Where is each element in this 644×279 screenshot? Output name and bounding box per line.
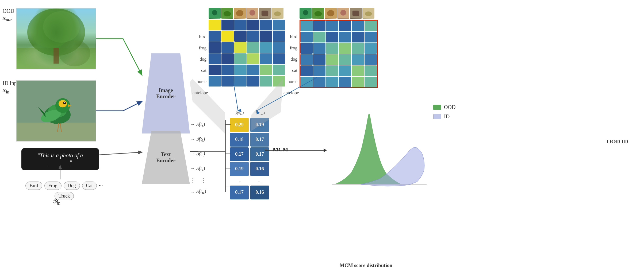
ood-score-2: 0.17 — [250, 133, 269, 147]
cell-5-1 — [221, 76, 234, 87]
svg-point-39 — [340, 10, 346, 16]
cell-1-1 — [221, 31, 234, 42]
ood-score-k: 0.16 — [250, 186, 269, 199]
rcell-1-5 — [365, 32, 377, 42]
thumb-antelope-right — [362, 8, 374, 19]
id-score-4: 0.19 — [230, 162, 249, 176]
matrix-thumbs-left — [209, 8, 283, 19]
rcell-5-3 — [339, 77, 351, 87]
image-encoder-label: ImageEncoder — [156, 87, 175, 100]
id-image — [16, 80, 96, 142]
id-col-header: ℐ(xin) — [235, 111, 244, 116]
thumb-cat-left — [246, 8, 258, 19]
svg-point-23 — [224, 11, 231, 17]
text-encoder-box: TextEncoder — [142, 131, 190, 184]
cell-2-1 — [221, 42, 234, 53]
rcell-4-3 — [339, 65, 351, 76]
cell-3-0 — [209, 53, 221, 64]
cell-2-2 — [234, 42, 247, 53]
rcell-0-1 — [313, 21, 325, 31]
cell-3-4 — [260, 53, 272, 64]
rcell-5-1 — [313, 77, 325, 87]
row-label-cat-r: cat — [283, 65, 298, 76]
cell-5-4 — [260, 76, 272, 87]
text-box: "This is a photo of a " — [21, 148, 99, 170]
thumb-cat-right — [337, 8, 349, 19]
row-label-dog: dog — [193, 54, 208, 65]
thumb-bird-left — [209, 8, 221, 19]
matrix-right-grid-wrap: bird frog dog cat horse antelope — [283, 20, 374, 88]
svg-rect-41 — [352, 11, 359, 16]
id-score-k: 0.17 — [230, 186, 249, 199]
legend-ood-item: OOD — [433, 104, 455, 110]
pill-frog: Frog — [44, 182, 62, 190]
t-label-k: → 𝒯(tK) — [190, 185, 206, 199]
rcell-3-0 — [300, 54, 313, 65]
rcell-3-2 — [326, 54, 338, 65]
svg-point-4 — [43, 11, 80, 43]
id-score-dots: ... — [230, 177, 249, 185]
legend: OOD ID — [433, 104, 455, 120]
ood-score-dots: ... — [250, 177, 269, 185]
rcell-4-1 — [313, 65, 325, 76]
ood-image — [16, 8, 96, 69]
thumb-horse-left — [259, 8, 271, 19]
rcell-2-4 — [352, 43, 364, 54]
text-encoder-label: TextEncoder — [156, 151, 175, 164]
rcell-0-2 — [326, 21, 338, 31]
matrix-left-grid-wrap: bird frog dog cat horse antelope — [193, 20, 283, 87]
pill-dots: ··· — [99, 183, 103, 189]
cell-1-4 — [260, 31, 272, 42]
legend-id-item: ID — [433, 113, 455, 120]
thumb-frog-left — [221, 8, 233, 19]
row-label-horse: horse — [193, 76, 208, 87]
cell-0-2 — [234, 20, 247, 30]
legend-id-label: ID — [444, 113, 450, 120]
matrix-left-grid — [209, 20, 285, 87]
rcell-3-4 — [352, 54, 364, 65]
thumb-frog-right — [312, 8, 324, 19]
cell-0-4 — [260, 20, 272, 30]
cell-5-0 — [209, 76, 221, 87]
svg-point-27 — [250, 10, 255, 16]
id-score-2: 0.18 — [230, 133, 249, 147]
rcell-5-0 — [300, 77, 313, 87]
cell-0-3 — [247, 20, 259, 30]
class-pills: Bird Frog Dog Cat ··· Truck — [16, 182, 112, 200]
pill-dog: Dog — [64, 182, 80, 190]
cell-5-2 — [234, 76, 247, 87]
row-label-frog-r: frog — [283, 43, 298, 53]
cell-1-3 — [247, 31, 259, 42]
right-similarity-matrix: bird frog dog cat horse antelope — [283, 8, 374, 88]
rcell-2-3 — [339, 43, 351, 54]
svg-rect-5 — [53, 48, 59, 64]
svg-line-45 — [99, 152, 142, 155]
svg-point-33 — [303, 10, 308, 15]
thumb-dog-left — [234, 8, 246, 19]
row-label-cat: cat — [193, 65, 208, 76]
t-label-1: → 𝒯(t₁) — [190, 117, 206, 131]
rcell-3-3 — [339, 54, 351, 65]
rcell-5-4 — [352, 77, 364, 87]
rcell-4-0 — [300, 65, 313, 76]
matrix-right-grid — [300, 20, 378, 88]
rcell-3-1 — [313, 54, 325, 65]
row-label-bird-r: bird — [283, 32, 298, 42]
row-label-antelope-r: antelope — [283, 88, 298, 98]
cell-2-0 — [209, 42, 221, 53]
row-label-dog-r: dog — [283, 54, 298, 65]
svg-rect-8 — [17, 123, 96, 141]
rcell-2-0 — [300, 43, 313, 54]
rcell-4-2 — [326, 65, 338, 76]
svg-point-13 — [59, 100, 67, 108]
id-score-3: 0.17 — [230, 147, 249, 161]
id-score-1: 0.29 — [230, 118, 249, 132]
left-similarity-matrix: bird frog dog cat horse antelope — [193, 8, 283, 87]
diagram: OOD Input xout ID Input xin — [0, 0, 644, 279]
matrix-thumbs-right — [300, 8, 374, 19]
rcell-5-5 — [365, 77, 377, 87]
cell-1-2 — [234, 31, 247, 42]
cell-5-3 — [247, 76, 259, 87]
thumb-bird-right — [300, 8, 312, 19]
rcell-0-4 — [352, 21, 364, 31]
